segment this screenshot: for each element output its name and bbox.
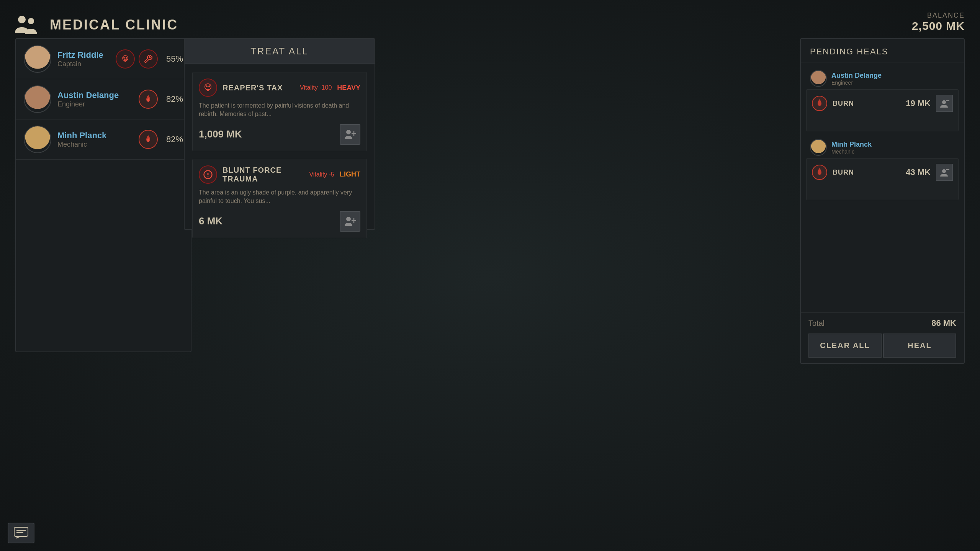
balance-label: BALANCE bbox=[912, 11, 965, 20]
svg-point-2 bbox=[123, 56, 128, 61]
skull-ailment-icon bbox=[199, 78, 217, 97]
character-row[interactable]: Minh Planck Mechanic 82% bbox=[16, 119, 191, 160]
svg-point-17 bbox=[942, 169, 946, 173]
pending-ailment-name: BURN bbox=[833, 168, 900, 177]
remove-ailment-button[interactable] bbox=[936, 95, 953, 112]
ailment-severity: LIGHT bbox=[340, 170, 360, 178]
remove-ailment-button[interactable] bbox=[936, 164, 953, 181]
fire-ailment-icon bbox=[812, 96, 827, 111]
avatar bbox=[810, 139, 827, 156]
character-row[interactable]: Fritz Riddle Captain 55% bbox=[16, 39, 191, 79]
treat-all-panel: TREAT ALL REAPER'S TAX Vitality -100 HEA… bbox=[184, 38, 375, 230]
pending-heals-title: PENDING HEALS bbox=[801, 39, 964, 62]
ailment-name: BLUNT FORCE TRAUMA bbox=[223, 166, 304, 183]
total-row: Total 86 MK bbox=[808, 318, 956, 328]
pending-ailment-box: BURN 19 MK bbox=[806, 89, 959, 131]
character-role: Engineer bbox=[57, 100, 133, 108]
total-label: Total bbox=[808, 319, 825, 328]
fire-ailment-icon bbox=[812, 165, 827, 180]
pending-patient-role: Engineer bbox=[831, 80, 882, 86]
svg-point-6 bbox=[206, 85, 208, 87]
pending-ailment-row: BURN 19 MK bbox=[807, 90, 958, 117]
clear-all-button[interactable]: CLEAR ALL bbox=[808, 334, 882, 358]
character-row[interactable]: Austin Delange Engineer 82% bbox=[16, 79, 191, 119]
avatar bbox=[24, 126, 51, 153]
add-patient-button[interactable] bbox=[340, 211, 360, 232]
balance-value: 2,500 MK bbox=[912, 20, 965, 33]
ailment-header: BLUNT FORCE TRAUMA Vitality -5 LIGHT bbox=[199, 165, 360, 184]
add-patient-button[interactable] bbox=[340, 124, 360, 145]
wrench-icon bbox=[139, 49, 158, 69]
svg-point-15 bbox=[942, 100, 946, 104]
pending-patient-info: Austin Delange Engineer bbox=[831, 72, 882, 86]
pending-ailment-name: BURN bbox=[833, 100, 900, 108]
treat-all-header: TREAT ALL bbox=[185, 39, 375, 64]
pending-heals-footer: Total 86 MK CLEAR ALL HEAL bbox=[801, 312, 964, 363]
svg-point-8 bbox=[346, 130, 351, 134]
avatar bbox=[24, 85, 51, 113]
svg-rect-19 bbox=[14, 527, 28, 536]
chat-button[interactable] bbox=[8, 523, 34, 543]
ailment-name: REAPER'S TAX bbox=[223, 83, 294, 92]
character-name: Austin Delange bbox=[57, 90, 133, 100]
pending-patient-header: Minh Planck Mechanic bbox=[805, 135, 960, 158]
pending-cost: 19 MK bbox=[906, 98, 931, 108]
character-name: Minh Planck bbox=[57, 131, 133, 141]
character-info: Minh Planck Mechanic bbox=[57, 131, 133, 149]
heal-button[interactable]: HEAL bbox=[883, 334, 956, 358]
svg-point-7 bbox=[208, 85, 210, 87]
pending-ailment-row: BURN 43 MK bbox=[807, 159, 958, 186]
svg-point-3 bbox=[123, 57, 125, 59]
header: MEDICAL CLINIC bbox=[11, 11, 178, 38]
svg-point-1 bbox=[28, 18, 34, 24]
pending-patient-header: Austin Delange Engineer bbox=[805, 66, 960, 89]
svg-point-4 bbox=[126, 57, 127, 59]
fire-icon bbox=[139, 90, 158, 109]
character-name: Fritz Riddle bbox=[57, 50, 110, 60]
pending-list: Austin Delange Engineer BURN 19 MK bbox=[801, 62, 964, 312]
pending-patient-role: Mechanic bbox=[831, 149, 872, 155]
page-title: MEDICAL CLINIC bbox=[50, 17, 178, 33]
ailment-vitality: Vitality -100 bbox=[300, 84, 332, 91]
ailment-footer: 1,009 MK bbox=[199, 124, 360, 145]
balance-display: BALANCE 2,500 MK bbox=[912, 11, 965, 33]
pending-patient-name: Austin Delange bbox=[831, 72, 882, 80]
fire-icon bbox=[139, 130, 158, 149]
character-info: Fritz Riddle Captain bbox=[57, 50, 110, 68]
character-status-icons bbox=[139, 130, 158, 149]
ailment-description: The area is an ugly shade of purple, and… bbox=[199, 188, 360, 206]
character-health-percent: 82% bbox=[164, 94, 183, 104]
ailment-header: REAPER'S TAX Vitality -100 HEAVY bbox=[199, 78, 360, 97]
total-value: 86 MK bbox=[931, 318, 956, 328]
pending-heals-panel: PENDING HEALS Austin Delange Engineer bbox=[800, 38, 965, 364]
pending-cost: 43 MK bbox=[906, 167, 931, 177]
svg-point-0 bbox=[18, 16, 26, 23]
pending-patient-name: Minh Planck bbox=[831, 141, 872, 149]
character-info: Austin Delange Engineer bbox=[57, 90, 133, 108]
ailment-footer: 6 MK bbox=[199, 211, 360, 232]
character-role: Captain bbox=[57, 60, 110, 68]
ailment-vitality: Vitality -5 bbox=[309, 171, 334, 178]
svg-point-5 bbox=[205, 84, 211, 90]
character-status-icons bbox=[116, 49, 158, 69]
ailment-cost: 6 MK bbox=[199, 215, 223, 227]
character-status-icons bbox=[139, 90, 158, 109]
ailment-cost: 1,009 MK bbox=[199, 128, 242, 140]
ailment-severity: HEAVY bbox=[337, 84, 360, 92]
character-list-panel: Fritz Riddle Captain 55% bbox=[15, 38, 191, 352]
pending-patient: Austin Delange Engineer BURN 19 MK bbox=[805, 66, 960, 131]
ailment-card-blunt-force: BLUNT FORCE TRAUMA Vitality -5 LIGHT The… bbox=[192, 159, 367, 238]
blunt-ailment-icon bbox=[199, 165, 217, 184]
avatar bbox=[24, 45, 51, 73]
avatar bbox=[810, 70, 827, 87]
skull-icon bbox=[116, 49, 135, 69]
pending-patient-info: Minh Planck Mechanic bbox=[831, 141, 872, 155]
ailment-description: The patient is tormented by painful visi… bbox=[199, 101, 360, 119]
header-icon bbox=[11, 11, 42, 38]
ailment-card-reapers-tax: REAPER'S TAX Vitality -100 HEAVY The pat… bbox=[192, 72, 367, 151]
action-buttons: CLEAR ALL HEAL bbox=[808, 334, 956, 358]
pending-patient: Minh Planck Mechanic BURN 43 MK bbox=[805, 135, 960, 200]
character-health-percent: 55% bbox=[164, 54, 183, 64]
treat-all-title: TREAT ALL bbox=[191, 46, 368, 57]
svg-point-12 bbox=[346, 217, 351, 221]
